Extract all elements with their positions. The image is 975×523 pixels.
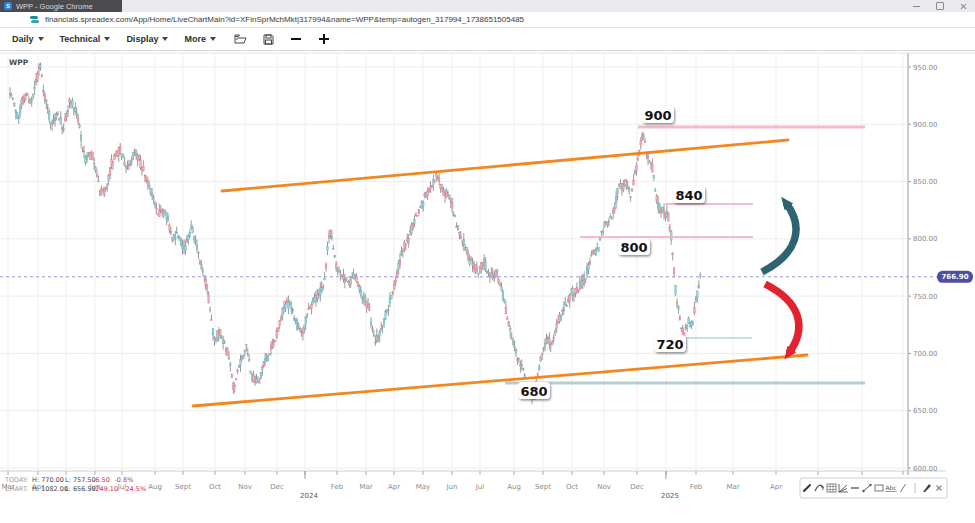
svg-text:May: May bbox=[416, 483, 430, 491]
svg-text:H: 770.00: H: 770.00 bbox=[32, 476, 64, 484]
svg-text:2025: 2025 bbox=[661, 492, 679, 500]
svg-text:720: 720 bbox=[656, 337, 683, 352]
svg-text:Dec: Dec bbox=[630, 483, 644, 491]
svg-text:-0.8%: -0.8% bbox=[115, 476, 134, 484]
chart-pane: 950.00900.00850.00800.00750.00700.00650.… bbox=[0, 51, 975, 523]
svg-text:Sept: Sept bbox=[535, 483, 551, 491]
svg-text:650.00: 650.00 bbox=[913, 407, 938, 415]
chevron-down-icon bbox=[38, 37, 44, 41]
svg-text:Abc: Abc bbox=[885, 484, 896, 491]
level-label: 720 bbox=[654, 335, 686, 352]
menu-display[interactable]: Display bbox=[122, 31, 176, 47]
window-titlebar: S WPP - Google Chrome bbox=[0, 0, 975, 12]
svg-text:Mar: Mar bbox=[726, 483, 739, 491]
close-icon[interactable] bbox=[960, 3, 967, 10]
menu-technical[interactable]: Technical bbox=[56, 31, 119, 47]
svg-text:Apr: Apr bbox=[770, 483, 782, 491]
svg-text:900.00: 900.00 bbox=[913, 121, 938, 129]
svg-text:L: 656.50: L: 656.50 bbox=[65, 485, 96, 493]
menu-daily[interactable]: Daily bbox=[8, 31, 52, 47]
svg-text:L: 757.50: L: 757.50 bbox=[65, 476, 96, 484]
svg-text:750.00: 750.00 bbox=[913, 293, 938, 301]
svg-text:Nov: Nov bbox=[238, 483, 252, 491]
site-icon bbox=[30, 16, 39, 24]
chart-canvas[interactable]: 950.00900.00850.00800.00750.00700.00650.… bbox=[0, 51, 975, 523]
svg-text:766.90: 766.90 bbox=[941, 273, 968, 281]
session-stats: TODAY:H: 770.00L: 757.50-6.50-0.8%CHART:… bbox=[4, 476, 146, 493]
svg-text:700.00: 700.00 bbox=[913, 350, 938, 358]
svg-text:800.00: 800.00 bbox=[913, 235, 938, 243]
svg-text:Jun: Jun bbox=[446, 483, 458, 491]
svg-text:900: 900 bbox=[644, 108, 671, 123]
chart-menubar: Daily Technical Display More bbox=[0, 28, 975, 51]
url-bar[interactable]: financials.spreadex.com/App/Home/LiveCha… bbox=[0, 12, 975, 28]
chevron-down-icon bbox=[162, 37, 168, 41]
svg-text:TODAY:: TODAY: bbox=[4, 476, 28, 484]
trend-channel[interactable] bbox=[193, 140, 807, 406]
app-favicon: S bbox=[4, 2, 12, 10]
svg-text:950.00: 950.00 bbox=[913, 64, 938, 72]
drawing-toolbar: Abc bbox=[800, 478, 947, 498]
svg-text:-24.5%: -24.5% bbox=[123, 485, 146, 493]
svg-text:Feb: Feb bbox=[331, 483, 344, 491]
svg-text:-249.10: -249.10 bbox=[93, 485, 118, 493]
svg-text:840: 840 bbox=[675, 188, 702, 203]
svg-text:H: 1082.00: H: 1082.00 bbox=[32, 485, 68, 493]
svg-text:Feb: Feb bbox=[690, 483, 703, 491]
current-price-badge: 766.90 bbox=[937, 271, 973, 283]
minimize-icon[interactable] bbox=[913, 6, 920, 7]
svg-text:2024: 2024 bbox=[300, 492, 318, 500]
maximize-icon[interactable] bbox=[936, 2, 944, 10]
svg-text:680: 680 bbox=[520, 384, 547, 399]
svg-text:Nov: Nov bbox=[597, 483, 611, 491]
svg-text:Oct: Oct bbox=[566, 483, 578, 491]
svg-text:CHART:: CHART: bbox=[5, 485, 28, 493]
svg-text:Dec: Dec bbox=[270, 483, 284, 491]
level-label: 800 bbox=[618, 238, 650, 255]
svg-text:Apr: Apr bbox=[388, 483, 400, 491]
level-label: 680 bbox=[518, 382, 550, 399]
url-text[interactable]: financials.spreadex.com/App/Home/LiveCha… bbox=[45, 15, 524, 24]
window-title: WPP - Google Chrome bbox=[16, 2, 93, 11]
svg-text:-6.50: -6.50 bbox=[93, 476, 110, 484]
save-icon[interactable] bbox=[263, 34, 274, 45]
svg-text:800: 800 bbox=[620, 240, 647, 255]
svg-text:Aug: Aug bbox=[148, 483, 162, 491]
chevron-down-icon bbox=[104, 37, 110, 41]
svg-text:Aug: Aug bbox=[507, 483, 521, 491]
svg-text:Sept: Sept bbox=[175, 483, 191, 491]
svg-text:Mar: Mar bbox=[359, 483, 372, 491]
window-controls bbox=[913, 0, 967, 12]
svg-text:600.00: 600.00 bbox=[913, 465, 938, 473]
svg-text:850.00: 850.00 bbox=[913, 178, 938, 186]
bounce-up-arrow[interactable] bbox=[762, 203, 796, 272]
window-title-tab: S WPP - Google Chrome bbox=[0, 0, 122, 12]
level-label: 900 bbox=[642, 106, 674, 123]
chevron-down-icon bbox=[210, 37, 216, 41]
rejection-down-arrow[interactable] bbox=[765, 284, 799, 353]
symbol-label: WPP bbox=[9, 58, 29, 67]
open-folder-icon[interactable] bbox=[234, 34, 247, 44]
level-label: 840 bbox=[673, 186, 705, 203]
zoom-out-icon[interactable] bbox=[290, 33, 302, 45]
menu-more[interactable]: More bbox=[180, 31, 224, 47]
svg-text:Oct: Oct bbox=[209, 483, 221, 491]
zoom-in-icon[interactable] bbox=[318, 33, 330, 45]
svg-text:Jul: Jul bbox=[475, 483, 485, 491]
